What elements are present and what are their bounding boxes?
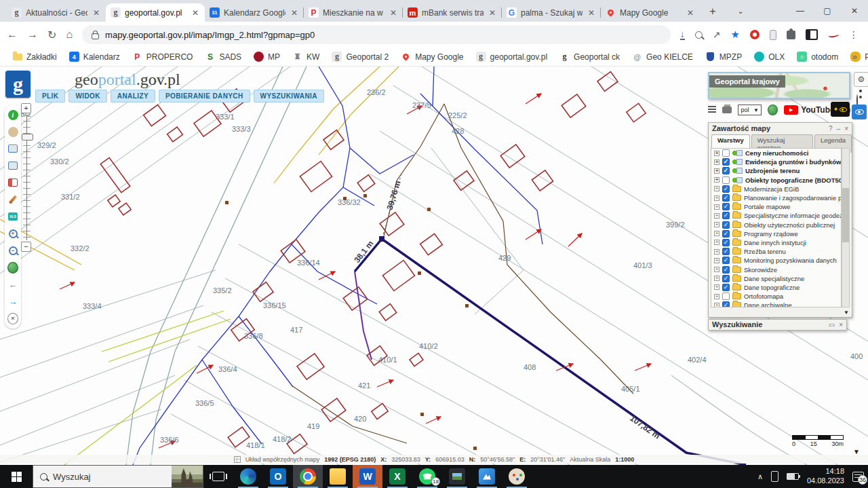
bookmarks-overflow-chevron[interactable]: » [852, 52, 861, 62]
layer-checkbox[interactable]: ✓ [722, 158, 730, 166]
layer-checkbox[interactable]: ✓ [722, 257, 730, 264]
tab-close-icon[interactable]: ✕ [92, 8, 101, 18]
zoom-search-icon[interactable] [695, 31, 703, 39]
taskbar-clock[interactable]: 14:18 04.08.2023 [807, 467, 844, 486]
menu-wyszukiwania[interactable]: WYSZUKIWANIA [254, 90, 324, 102]
bookmark-properco[interactable]: PPROPERCO [127, 50, 199, 64]
tab-close-icon[interactable]: ✕ [389, 8, 398, 18]
expand-plus-icon[interactable]: + [714, 240, 719, 245]
zoom-out-button[interactable]: − [21, 242, 31, 252]
layer-checkbox[interactable] [722, 176, 730, 184]
layer-row[interactable]: +✓Dane archiwalne [711, 301, 841, 307]
taskbar-app-paint[interactable] [502, 465, 532, 488]
expand-plus-icon[interactable]: + [714, 159, 719, 165]
taskbar-app-explorer[interactable] [323, 465, 353, 488]
tab-close-icon[interactable]: ✕ [290, 8, 299, 18]
reload-icon[interactable]: ↻ [47, 29, 56, 41]
zoom-in-button[interactable]: + [21, 103, 31, 113]
forward-view-tool-button[interactable]: → [7, 296, 18, 307]
taskbar-app-outlook[interactable]: O [263, 465, 293, 488]
expand-plus-icon[interactable]: + [714, 303, 719, 307]
expand-plus-icon[interactable]: + [714, 186, 719, 191]
task-view-button[interactable] [203, 465, 233, 488]
browser-tab-1[interactable]: ggeoportal.gov.pl✕ [106, 3, 205, 22]
print-button[interactable] [722, 107, 732, 113]
tab-close-icon[interactable]: ✕ [488, 8, 497, 18]
layer-checkbox[interactable]: ✓ [722, 212, 730, 219]
hand-tool-button[interactable] [7, 126, 18, 137]
extensions-puzzle-icon[interactable] [787, 31, 795, 39]
overview-minimap[interactable]: Geoportal krajowy [708, 72, 850, 99]
taskbar-app-chrome[interactable] [293, 465, 323, 488]
layer-checkbox[interactable]: ✓ [722, 275, 730, 282]
search-panel-minimize-button[interactable]: ▭ [829, 321, 835, 329]
panel-close-button[interactable]: × [844, 125, 848, 132]
layer-row[interactable]: +✓Skorowidze [711, 265, 841, 274]
taskbar-app-whatsapp[interactable]: ☎18 [412, 465, 442, 488]
bookmark-geoportal-ck[interactable]: gGeoportal ck [554, 50, 625, 64]
bookmark-geo-kielce[interactable]: @Geo KIELCE [627, 50, 698, 64]
taskbar-app-word[interactable]: W [353, 465, 382, 488]
taskbar-search[interactable]: Wyszukaj [33, 465, 203, 488]
taskbar-app-excel[interactable]: X [382, 465, 412, 488]
browser-tab-0[interactable]: gAktualności - Geo✕ [7, 3, 106, 22]
layer-row[interactable]: +✓Dane topograficzne [711, 283, 841, 292]
close-button[interactable]: ✕ [841, 6, 868, 16]
layer-row[interactable]: +✓Portale mapowe [711, 202, 841, 211]
expand-plus-icon[interactable]: + [714, 151, 719, 156]
bookmark-geoportal-gov-pl[interactable]: ggeoportal.gov.pl [471, 50, 553, 64]
expand-plus-icon[interactable]: + [714, 276, 719, 281]
tab-close-icon[interactable]: ✕ [191, 8, 200, 18]
browser-tab-6[interactable]: Mapy Google✕ [601, 3, 700, 22]
help-green-button[interactable] [768, 105, 778, 115]
omnibox[interactable]: mapy.geoportal.gov.pl/imap/Imgp_2.html?g… [82, 25, 671, 44]
bookmark-mapy-google[interactable]: Mapy Google [395, 50, 469, 64]
menu-plik[interactable]: PLIK [35, 90, 65, 102]
legend-list-button[interactable] [708, 106, 716, 114]
zoom-slider-handle[interactable] [22, 134, 33, 140]
export-xls-tool-button[interactable]: XLS [7, 211, 18, 222]
scroll-down-icon[interactable]: ▼ [844, 309, 849, 316]
home-icon[interactable]: ⌂ [66, 29, 73, 41]
layer-row[interactable]: +Ceny nieruchomości [711, 149, 841, 157]
battery-icon[interactable] [787, 473, 799, 480]
expand-plus-icon[interactable]: + [714, 213, 719, 219]
browser-menu-icon[interactable]: ⋮ [849, 29, 859, 40]
layer-row[interactable]: +✓Monitoring pozyskiwania danych [711, 256, 841, 265]
bookmark-sads[interactable]: SSADS [199, 50, 247, 64]
zoom-out-tool-button[interactable]: − [7, 245, 18, 256]
layer-checkbox[interactable]: ✓ [722, 239, 730, 246]
layer-row[interactable]: +Obiekty topograficzne (BDOT500) [711, 176, 841, 185]
maximize-button[interactable]: ▢ [814, 6, 841, 16]
settings-gear-button[interactable]: ⚙ [854, 72, 868, 87]
layer-checkbox[interactable]: ✓ [722, 203, 730, 210]
layer-row[interactable]: +✓Rzeźba terenu [711, 247, 841, 256]
share-icon[interactable]: ↗ [713, 29, 721, 40]
layer-checkbox[interactable] [722, 293, 730, 300]
expand-plus-icon[interactable]: + [714, 267, 719, 272]
layer-checkbox[interactable]: ✓ [722, 230, 730, 238]
bookmark-olx[interactable]: OLX [749, 50, 790, 64]
taskbar-app-photos[interactable] [472, 465, 502, 488]
map-view-tool-button[interactable] [7, 160, 18, 171]
panel-help-button[interactable]: ? [829, 125, 833, 132]
browser-tab-4[interactable]: mmBank serwis tra✕ [403, 3, 502, 22]
back-view-tool-button[interactable]: ← [7, 279, 18, 290]
layer-checkbox[interactable]: ✓ [722, 185, 730, 193]
taskbar-app-edge[interactable] [233, 465, 263, 488]
menu-analizy[interactable]: ANALIZY [111, 90, 155, 102]
minimize-button[interactable]: — [787, 6, 814, 16]
layer-row[interactable]: +✓Modernizacja EGiB [711, 185, 841, 193]
zoom-in-tool-button[interactable]: + [7, 228, 18, 239]
browser-tab-5[interactable]: Gpalma - Szukaj w✕ [502, 3, 601, 22]
geoportal-logo[interactable]: g [5, 71, 31, 98]
tab-close-icon[interactable]: ✕ [686, 8, 695, 18]
search-daily-image[interactable] [172, 466, 203, 487]
layer-checkbox[interactable]: ✓ [722, 284, 730, 291]
download-icon[interactable]: ↓ [680, 29, 685, 40]
expand-plus-icon[interactable]: + [714, 294, 719, 299]
start-button[interactable] [0, 465, 33, 488]
layer-list-scrollbar[interactable] [842, 148, 850, 307]
layer-checkbox[interactable]: ✓ [722, 194, 730, 202]
bookmark-geoportal-2[interactable]: gGeoportal 2 [326, 50, 394, 64]
